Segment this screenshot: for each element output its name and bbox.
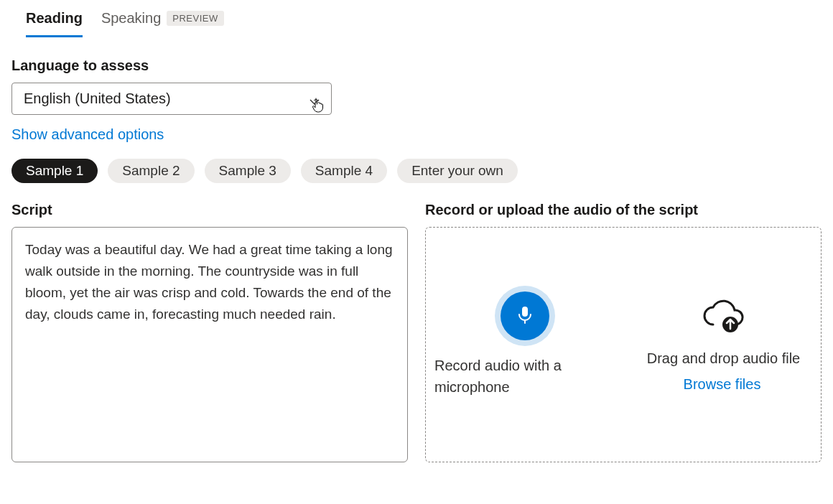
cursor-icon <box>311 97 325 118</box>
script-textarea[interactable]: Today was a beautiful day. We had a grea… <box>11 227 408 462</box>
tab-reading-label: Reading <box>26 10 83 27</box>
cloud-upload-icon <box>700 297 745 333</box>
preview-badge: PREVIEW <box>167 11 223 26</box>
browse-files-link[interactable]: Browse files <box>684 376 761 393</box>
drag-text: Drag and drop audio file <box>644 347 800 369</box>
tab-speaking[interactable]: Speaking PREVIEW <box>101 10 224 37</box>
upload-dropzone[interactable]: Record audio with a microphone Drag and … <box>425 227 822 462</box>
sample-chip-own[interactable]: Enter your own <box>397 159 518 183</box>
chevron-down-icon <box>310 94 320 104</box>
tab-row: Reading Speaking PREVIEW <box>26 10 822 37</box>
sample-chip-3[interactable]: Sample 3 <box>205 159 291 183</box>
advanced-options-link[interactable]: Show advanced options <box>11 126 164 143</box>
sample-chip-1[interactable]: Sample 1 <box>11 159 98 183</box>
sample-chip-4[interactable]: Sample 4 <box>301 159 387 183</box>
tab-speaking-label: Speaking <box>101 10 161 27</box>
language-dropdown[interactable]: English (United States) <box>11 83 332 115</box>
language-label: Language to assess <box>11 57 822 74</box>
svg-rect-0 <box>522 307 528 317</box>
upload-label: Record or upload the audio of the script <box>425 202 822 218</box>
language-value: English (United States) <box>24 90 171 107</box>
record-text: Record audio with a microphone <box>432 355 618 398</box>
sample-chip-2[interactable]: Sample 2 <box>108 159 194 183</box>
microphone-icon <box>515 304 535 327</box>
record-button[interactable] <box>501 291 549 340</box>
sample-chip-row: Sample 1 Sample 2 Sample 3 Sample 4 Ente… <box>11 159 822 183</box>
script-text: Today was a beautiful day. We had a grea… <box>25 242 393 322</box>
tab-reading[interactable]: Reading <box>26 10 83 37</box>
script-label: Script <box>11 202 408 218</box>
